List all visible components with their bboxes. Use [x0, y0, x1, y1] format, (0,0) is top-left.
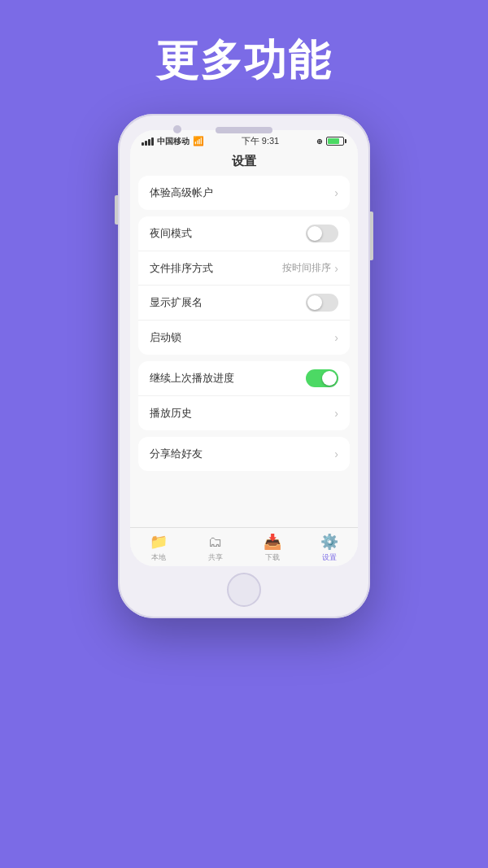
settings-section-display: 夜间模式 文件排序方式 按时间排序 › 显示扩展名: [138, 216, 350, 355]
row-premium-account[interactable]: 体验高级帐户 ›: [138, 176, 350, 210]
file-sort-label: 文件排序方式: [150, 261, 213, 276]
phone-speaker: [216, 127, 272, 133]
settings-section-share: 分享给好友 ›: [138, 437, 350, 471]
local-icon: 📁: [150, 533, 168, 551]
nav-title: 设置: [130, 149, 358, 176]
night-mode-label: 夜间模式: [150, 226, 192, 241]
front-camera: [173, 125, 181, 133]
tab-bar: 📁 本地 🗂 共享 📥 下载 ⚙️ 设置: [130, 527, 358, 566]
extension-toggle[interactable]: [306, 294, 338, 312]
row-show-extension[interactable]: 显示扩展名: [138, 286, 350, 321]
row-right-sort: 按时间排序 ›: [282, 261, 338, 275]
row-right-share: ›: [334, 447, 338, 460]
row-continue-playback[interactable]: 继续上次播放进度: [138, 361, 350, 396]
chevron-icon: ›: [334, 447, 338, 460]
row-playback-history[interactable]: 播放历史 ›: [138, 396, 350, 430]
wifi-icon: 📶: [193, 136, 204, 146]
tab-settings[interactable]: ⚙️ 设置: [301, 533, 358, 563]
row-right: ›: [334, 186, 338, 199]
share-icon: 🗂: [208, 534, 223, 551]
status-time: 下午 9:31: [242, 135, 279, 147]
tab-share[interactable]: 🗂 共享: [187, 534, 244, 563]
row-night-mode[interactable]: 夜间模式: [138, 216, 350, 251]
row-share-friends[interactable]: 分享给好友 ›: [138, 437, 350, 471]
status-left: 中国移动 📶: [142, 136, 204, 147]
settings-section-playback: 继续上次播放进度 播放历史 ›: [138, 361, 350, 430]
sort-sublabel: 按时间排序: [282, 261, 331, 275]
tab-local-label: 本地: [151, 552, 166, 563]
home-button[interactable]: [227, 573, 261, 607]
settings-gear-icon: ⚙️: [320, 533, 338, 551]
settings-section-account: 体验高级帐户 ›: [138, 176, 350, 210]
screen-content[interactable]: 体验高级帐户 › 夜间模式 文件排序方式: [130, 176, 358, 527]
row-app-lock[interactable]: 启动锁 ›: [138, 321, 350, 355]
tab-share-label: 共享: [208, 552, 223, 563]
continue-playback-label: 继续上次播放进度: [150, 371, 234, 386]
home-button-area: [227, 566, 261, 618]
download-icon: 📥: [264, 533, 281, 551]
battery-icon: [326, 137, 346, 146]
chevron-icon: ›: [334, 186, 338, 199]
show-extension-label: 显示扩展名: [150, 295, 203, 310]
carrier-label: 中国移动: [157, 136, 190, 147]
phone-top-bar: [118, 114, 370, 124]
playback-history-label: 播放历史: [150, 406, 192, 421]
location-icon: ⊕: [316, 137, 323, 146]
row-right-history: ›: [334, 407, 338, 420]
row-right-lock: ›: [334, 331, 338, 344]
premium-account-label: 体验高级帐户: [150, 185, 213, 200]
signal-icon: [142, 137, 154, 146]
chevron-icon: ›: [334, 262, 338, 275]
status-right: ⊕: [316, 137, 346, 146]
share-friends-label: 分享给好友: [150, 447, 203, 461]
phone-screen: 中国移动 📶 下午 9:31 ⊕ 设置 体验高级帐户: [130, 130, 358, 566]
row-file-sort[interactable]: 文件排序方式 按时间排序 ›: [138, 251, 350, 286]
tab-local[interactable]: 📁 本地: [130, 533, 187, 563]
page-title: 更多功能: [156, 33, 332, 89]
tab-download[interactable]: 📥 下载: [244, 533, 301, 563]
chevron-icon: ›: [334, 407, 338, 420]
night-mode-toggle[interactable]: [306, 225, 338, 242]
app-lock-label: 启动锁: [150, 330, 181, 345]
phone-mockup: 中国移动 📶 下午 9:31 ⊕ 设置 体验高级帐户: [118, 114, 370, 618]
tab-download-label: 下载: [265, 552, 280, 563]
chevron-icon: ›: [334, 331, 338, 344]
continue-playback-toggle[interactable]: [306, 369, 338, 387]
tab-settings-label: 设置: [322, 552, 337, 563]
